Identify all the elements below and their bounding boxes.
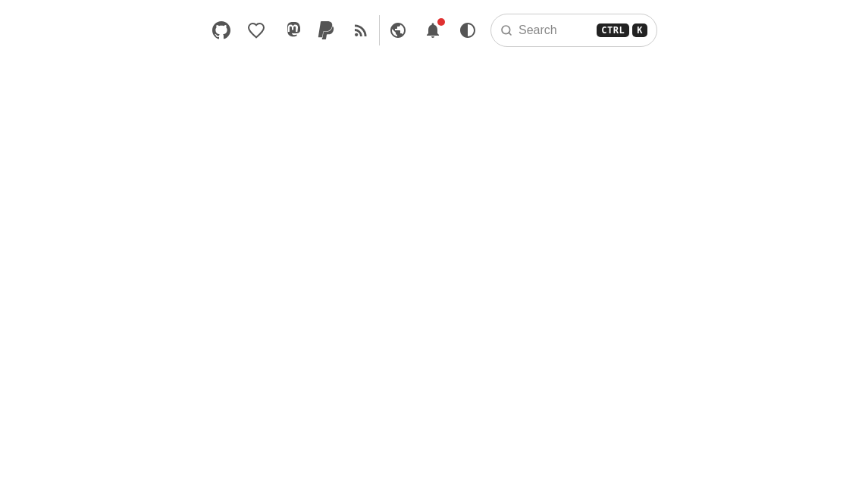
search-icon [500,24,512,36]
nav-icons-right [387,20,478,41]
search-shortcut: CTRL K [597,23,647,37]
globe-icon[interactable] [387,20,409,41]
rss-icon[interactable] [350,20,371,41]
nav-divider [379,15,380,45]
heart-icon[interactable] [246,20,267,41]
notification-badge [437,18,445,26]
kbd-ctrl: CTRL [597,23,629,37]
paypal-icon[interactable] [315,20,337,41]
search-label: Search [519,23,591,37]
svg-line-1 [509,33,511,35]
contrast-icon[interactable] [457,20,478,41]
github-icon[interactable] [211,20,232,41]
search-box[interactable]: Search CTRL K [490,14,657,47]
navbar: Search CTRL K [0,0,868,61]
nav-icons-left [211,20,371,41]
mastodon-icon[interactable] [280,20,302,41]
kbd-k: K [632,23,647,37]
bell-icon[interactable] [422,20,443,41]
